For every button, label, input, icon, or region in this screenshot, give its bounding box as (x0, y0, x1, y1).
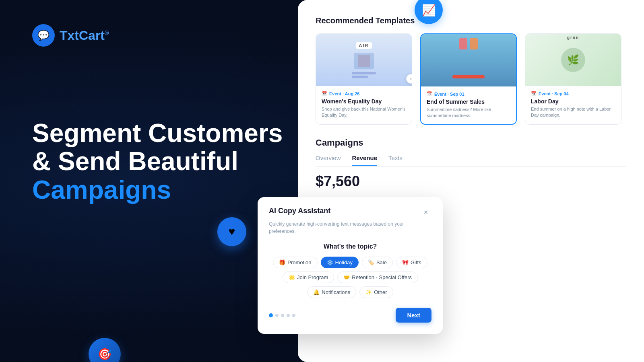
retention-icon: 🤝 (343, 274, 350, 280)
template-description: Shop and give back this National Women's… (322, 106, 406, 119)
notifications-icon: 🔔 (313, 289, 320, 295)
template-info-summer: 📅 Event · Sep 01 End of Summer Sales Sum… (421, 86, 516, 124)
template-card-womens-equality[interactable]: ‹ AIR › 📅 (316, 33, 412, 125)
heart-icon: ♥ (229, 225, 235, 238)
tab-revenue[interactable]: Revenue (352, 154, 378, 166)
template-description: Summertime sadness? More like summertime… (427, 107, 510, 119)
air-logo: AIR (356, 42, 372, 49)
template-card-summer[interactable]: 📅 Event · Sep 01 End of Summer Sales Sum… (420, 33, 517, 125)
template-image-labor: grön 🌿 (525, 34, 621, 86)
modal-title: AI Copy Assistant (269, 207, 330, 215)
campaigns-title: Campaigns (316, 138, 626, 148)
next-button[interactable]: Next (396, 308, 431, 323)
calendar-icon: 📅 (531, 91, 537, 96)
topic-join-program[interactable]: 🌟 Join Program (283, 272, 334, 283)
template-event-date: 📅 Event · Sep 04 (531, 91, 615, 96)
retention-label: Retention - Special Offers (352, 274, 412, 280)
ai-copy-assistant-modal: AI Copy Assistant × Quickly generate hig… (258, 197, 443, 334)
tab-overview[interactable]: Overview (316, 154, 341, 166)
calendar-icon: 📅 (427, 91, 432, 97)
dot-2 (275, 314, 279, 317)
gifts-label: Gifts (411, 259, 421, 265)
template-name: Labor Day (531, 98, 615, 105)
pagination-dots (269, 313, 295, 317)
campaigns-section: Campaigns Overview Revenue Texts $7,560 (316, 138, 626, 190)
promotion-icon: 🎁 (279, 259, 285, 265)
topic-other[interactable]: ✨ Other (359, 286, 393, 298)
template-name: End of Summer Sales (427, 99, 510, 105)
holiday-icon: ❄️ (327, 259, 333, 265)
dot-1 (269, 313, 273, 317)
logo-text: TxtCart® (60, 28, 109, 43)
modal-question: What's the topic? (269, 243, 431, 250)
trending-icon: 📈 (422, 4, 436, 17)
template-card-laborday[interactable]: grön 🌿 📅 Event · Sep 04 Labor Day End su… (525, 33, 621, 125)
join-program-icon: 🌟 (289, 274, 295, 280)
template-description: End summer on a high note with a Labor D… (531, 106, 615, 119)
template-event-date: 📅 Event · Aug 26 (322, 91, 406, 96)
dot-5 (292, 314, 295, 317)
topic-notifications[interactable]: 🔔 Notifications (307, 286, 356, 298)
modal-close-button[interactable]: × (420, 207, 431, 218)
template-info-labor: 📅 Event · Sep 04 Labor Day End summer on… (525, 86, 621, 123)
topic-gifts[interactable]: 🎀 Gifts (396, 257, 427, 268)
notifications-label: Notifications (322, 289, 350, 295)
template-name: Women's Equality Day (322, 98, 406, 105)
modal-header: AI Copy Assistant × (269, 207, 431, 218)
main-headline: Segment Customers & Send Beautiful Campa… (32, 119, 298, 204)
topic-retention[interactable]: 🤝 Retention - Special Offers (337, 272, 418, 283)
bottom-circle-button[interactable]: 🎯 (89, 338, 121, 362)
revenue-amount: $7,560 (316, 173, 626, 190)
join-program-label: Join Program (297, 274, 328, 280)
gifts-icon: 🎀 (402, 259, 409, 265)
topic-sale[interactable]: 🏷️ Sale (362, 257, 393, 268)
holiday-label: Holiday (335, 259, 353, 265)
template-image-summer (421, 34, 516, 86)
target-icon: 🎯 (98, 348, 112, 361)
topic-holiday[interactable]: ❄️ Holiday (321, 257, 359, 268)
template-image-air: AIR (316, 34, 412, 86)
template-info-womens: 📅 Event · Aug 26 Women's Equality Day Sh… (316, 86, 412, 123)
logo-icon (32, 24, 55, 47)
sale-icon: 🏷️ (368, 259, 374, 265)
tab-texts[interactable]: Texts (388, 154, 402, 166)
promotion-label: Promotion (287, 259, 311, 265)
sale-label: Sale (376, 259, 387, 265)
template-event-date: 📅 Event · Sep 01 (427, 91, 510, 97)
recommended-title: Recommended Templates (316, 16, 626, 25)
templates-row: ‹ AIR › 📅 (316, 33, 626, 125)
modal-subtitle: Quickly generate high-converting text me… (269, 220, 431, 235)
other-label: Other (374, 289, 387, 295)
floating-heart-button[interactable]: ♥ (217, 217, 246, 246)
campaigns-tabs: Overview Revenue Texts (316, 154, 626, 167)
topic-promotion[interactable]: 🎁 Promotion (273, 257, 317, 268)
topics-grid: 🎁 Promotion ❄️ Holiday 🏷️ Sale 🎀 Gifts 🌟… (269, 257, 431, 298)
calendar-icon: 📅 (322, 91, 327, 96)
other-icon: ✨ (365, 289, 372, 295)
pagination-row: Next (269, 308, 431, 323)
logo-area: TxtCart® (32, 24, 298, 47)
dot-3 (281, 314, 284, 317)
dot-4 (287, 314, 290, 317)
